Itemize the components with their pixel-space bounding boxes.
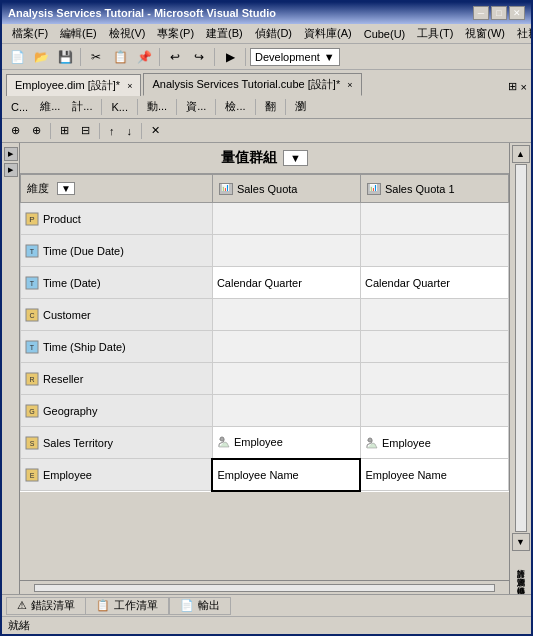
- maximize-button[interactable]: □: [491, 6, 507, 20]
- menu-tools[interactable]: 工具(T): [411, 25, 459, 42]
- tb-new[interactable]: 📄: [6, 47, 28, 67]
- itb2-sep3: [141, 123, 142, 139]
- reseller-col1[interactable]: [212, 363, 360, 395]
- time-date-dim-icon: T: [25, 276, 39, 290]
- sales-territory-col1-val: Employee: [234, 436, 283, 448]
- menu-build[interactable]: 建置(B): [200, 25, 249, 42]
- product-col1[interactable]: [212, 203, 360, 235]
- vscroll-track[interactable]: [515, 164, 527, 532]
- customer-col1[interactable]: [212, 299, 360, 331]
- time-ship-col2[interactable]: [360, 331, 508, 363]
- tab-employee-dim-close[interactable]: ×: [127, 81, 132, 91]
- itb-move[interactable]: 動...: [142, 97, 172, 117]
- hscroll-bar: [20, 580, 509, 594]
- tab-employee-dim[interactable]: Employee.dim [設計]* ×: [6, 74, 141, 96]
- dim-header-dropdown[interactable]: ▼: [57, 182, 75, 195]
- time-due-col1[interactable]: [212, 235, 360, 267]
- geography-col2[interactable]: [360, 395, 508, 427]
- itb2-delete[interactable]: ✕: [146, 121, 165, 141]
- sales-territory-col1[interactable]: Employee: [212, 427, 360, 459]
- dim-sales-territory: S Sales Territory: [21, 427, 213, 459]
- reseller-col2[interactable]: [360, 363, 508, 395]
- sidebar-icon1[interactable]: ▶: [4, 147, 18, 161]
- time-ship-col1[interactable]: [212, 331, 360, 363]
- bottom-tab-tasks[interactable]: 📋 工作清單: [85, 597, 169, 615]
- time-ship-dim-icon: T: [25, 340, 39, 354]
- time-date-col2[interactable]: Calendar Quarter: [360, 267, 508, 299]
- tb-paste[interactable]: 📌: [133, 47, 155, 67]
- employee-col2[interactable]: Employee Name: [360, 459, 508, 491]
- configuration-value: Development: [255, 51, 320, 63]
- measure-group-dropdown[interactable]: ▼: [283, 150, 308, 166]
- content-area: ▶ ▶ 量值群組 ▼: [2, 143, 531, 594]
- tab-cube-close[interactable]: ×: [347, 80, 352, 90]
- menu-project[interactable]: 專案(P): [151, 25, 200, 42]
- customer-col2[interactable]: [360, 299, 508, 331]
- tb-save[interactable]: 💾: [54, 47, 76, 67]
- configuration-dropdown[interactable]: Development ▼: [250, 48, 340, 66]
- time-due-col2[interactable]: [360, 235, 508, 267]
- menu-window[interactable]: 視窗(W): [459, 25, 511, 42]
- itb-check[interactable]: 檢...: [220, 97, 250, 117]
- close-button[interactable]: ✕: [509, 6, 525, 20]
- employee-col1[interactable]: Employee Name: [212, 459, 360, 491]
- tb-open[interactable]: 📂: [30, 47, 52, 67]
- grid-main: 量值群組 ▼ 維度: [20, 143, 509, 594]
- itb2-btn5[interactable]: ↑: [104, 121, 120, 141]
- right-label-2[interactable]: 瀏覽資源: [514, 570, 528, 574]
- menu-cube[interactable]: Cube(U): [358, 27, 412, 41]
- itb2-btn4[interactable]: ⊟: [76, 121, 95, 141]
- minimize-button[interactable]: ─: [473, 6, 489, 20]
- tb-copy[interactable]: 📋: [109, 47, 131, 67]
- itb-browse[interactable]: 瀏: [290, 97, 311, 117]
- itb-dim[interactable]: 維...: [35, 97, 65, 117]
- menu-edit[interactable]: 編輯(E): [54, 25, 103, 42]
- itb-data[interactable]: 資...: [181, 97, 211, 117]
- dim-product: P Product: [21, 203, 213, 235]
- tb-undo[interactable]: ↩: [164, 47, 186, 67]
- window-controls: ─ □ ✕: [473, 6, 525, 20]
- itb-calc[interactable]: 計...: [67, 97, 97, 117]
- right-label-1[interactable]: 計算術語: [514, 561, 528, 565]
- dim-employee-label: Employee: [43, 469, 92, 481]
- time-date-col1[interactable]: Calendar Quarter: [212, 267, 360, 299]
- tb-cut[interactable]: ✂: [85, 47, 107, 67]
- tab-action-close[interactable]: ×: [521, 81, 527, 93]
- dim-time-ship-label: Time (Ship Date): [43, 341, 126, 353]
- hscroll-track[interactable]: [34, 584, 495, 592]
- sales-territory-col2[interactable]: Employee: [360, 427, 508, 459]
- itb2-btn2[interactable]: ⊕: [27, 121, 46, 141]
- right-label-3[interactable]: 器備轉換: [514, 579, 528, 583]
- dim-reseller-label: Reseller: [43, 373, 83, 385]
- menu-community[interactable]: 社群(G): [511, 25, 533, 42]
- tb-redo[interactable]: ↪: [188, 47, 210, 67]
- bottom-tab-output[interactable]: 📄 輸出: [169, 597, 231, 615]
- tab-cube[interactable]: Analysis Services Tutorial.cube [設計]* ×: [143, 73, 361, 96]
- dim-product-label: Product: [43, 213, 81, 225]
- product-col2[interactable]: [360, 203, 508, 235]
- itb2-btn3[interactable]: ⊞: [55, 121, 74, 141]
- itb2-sep2: [99, 123, 100, 139]
- tab-action-pin[interactable]: ⊞: [508, 80, 517, 93]
- itb2-btn1[interactable]: ⊕: [6, 121, 25, 141]
- tb-play[interactable]: ▶: [219, 47, 241, 67]
- col1-label: Sales Quota: [237, 183, 298, 195]
- itb2-btn6[interactable]: ↓: [122, 121, 138, 141]
- bottom-tab-errors[interactable]: ⚠ 錯誤清單: [6, 597, 85, 615]
- menu-file[interactable]: 檔案(F): [6, 25, 54, 42]
- right-label-4[interactable]: 器備雜障: [514, 588, 528, 592]
- menu-debug[interactable]: 偵錯(D): [249, 25, 298, 42]
- geography-col1[interactable]: [212, 395, 360, 427]
- right-rail-up[interactable]: ▲: [512, 145, 530, 163]
- sidebar-icon2[interactable]: ▶: [4, 163, 18, 177]
- itb-k[interactable]: K...: [106, 97, 133, 117]
- geography-dim-icon: G: [25, 404, 39, 418]
- table-row: S Sales Territory Employee: [21, 427, 509, 459]
- itb-c[interactable]: C...: [6, 97, 33, 117]
- itb-translate[interactable]: 翻: [260, 97, 281, 117]
- bottom-tab-tasks-label: 工作清單: [114, 598, 158, 613]
- menu-view[interactable]: 檢視(V): [103, 25, 152, 42]
- right-rail-down[interactable]: ▼: [512, 533, 530, 551]
- menu-database[interactable]: 資料庫(A): [298, 25, 358, 42]
- itb-sep3: [176, 99, 177, 115]
